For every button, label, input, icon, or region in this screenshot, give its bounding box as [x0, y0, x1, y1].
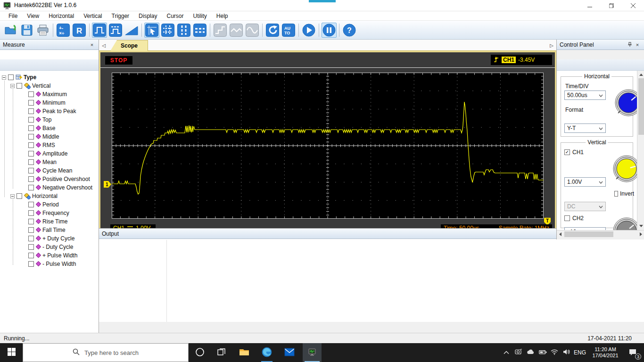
menu-cursor[interactable]: Cursor	[162, 12, 188, 20]
control-pin-icon[interactable]	[626, 41, 634, 49]
tree-checkbox[interactable]	[28, 227, 34, 233]
tree-item-peak-to-peak[interactable]: Peak to Peak	[0, 107, 76, 115]
tree-checkbox[interactable]	[28, 142, 34, 148]
hscroll-thumb[interactable]	[564, 231, 613, 237]
ch1-checkbox[interactable]	[564, 149, 570, 155]
ch2-enable[interactable]: CH2	[564, 215, 584, 222]
control-close-icon[interactable]: ×	[634, 41, 641, 49]
tree-checkbox[interactable]	[17, 193, 22, 199]
tree-item-negative-overshoot[interactable]: Negative Overshoot	[0, 183, 92, 192]
hbars-toolbar-button[interactable]	[192, 23, 207, 38]
auto-toolbar-button[interactable]: AUTO	[281, 23, 296, 38]
notification-center-button[interactable]: 3	[623, 343, 642, 362]
tree-item-fall-time[interactable]: Fall Time	[0, 226, 66, 234]
tree-item-maximum[interactable]: Maximum	[0, 90, 67, 99]
ch1-knob[interactable]	[612, 155, 641, 184]
restore-button[interactable]	[601, 0, 622, 11]
menu-file[interactable]: File	[4, 12, 22, 20]
tree-checkbox[interactable]	[28, 159, 34, 165]
tray-clock[interactable]: 11:20 AM 17/04/2021	[588, 343, 622, 362]
tree-checkbox[interactable]	[28, 91, 34, 97]
tree-checkbox[interactable]	[28, 117, 34, 123]
timediv-select[interactable]: 50.00us	[564, 90, 606, 100]
mail-button[interactable]	[279, 343, 300, 362]
file-explorer-button[interactable]	[234, 343, 255, 362]
tree-item-amplitude[interactable]: Amplitude	[0, 149, 67, 158]
format-select[interactable]: Y-T	[564, 123, 606, 133]
tree-checkbox[interactable]	[28, 261, 34, 267]
tree-item-minimum[interactable]: Minimum	[0, 99, 66, 107]
help-toolbar-button[interactable]: ?	[342, 23, 357, 38]
menu-display[interactable]: Display	[134, 12, 162, 20]
tree-item-base[interactable]: Base	[0, 124, 55, 132]
print-toolbar-button[interactable]	[35, 23, 50, 38]
tree-checkbox[interactable]	[28, 253, 34, 258]
invert-checkbox[interactable]	[614, 191, 618, 197]
hantek-app-button[interactable]	[303, 343, 322, 362]
tree-item--pulse-width[interactable]: + Pulse Width	[0, 251, 77, 260]
tree-checkbox[interactable]	[28, 202, 34, 207]
taskbar-search-input[interactable]: Type here to search	[23, 343, 189, 362]
scroll-down-icon[interactable]	[639, 225, 643, 227]
cursor-toolbar-button[interactable]	[144, 23, 159, 38]
tree-item-frequency[interactable]: Frequency	[0, 209, 69, 217]
tree-checkbox[interactable]	[28, 176, 34, 182]
menu-horizontal[interactable]: Horizontal	[44, 12, 79, 20]
refresh-toolbar-button[interactable]	[265, 23, 280, 38]
task-view-button[interactable]	[211, 343, 232, 362]
tree-checkbox[interactable]	[28, 100, 34, 106]
cortana-button[interactable]	[189, 343, 211, 362]
math-toolbar-button[interactable]: +-×÷	[56, 23, 71, 38]
scroll-left-icon[interactable]	[559, 232, 561, 236]
tree-item-period[interactable]: Period	[0, 200, 59, 209]
tree-checkbox[interactable]	[17, 83, 22, 89]
tree-item--pulse-width[interactable]: - Pulse Width	[0, 260, 76, 268]
tree-item-positive-overshoot[interactable]: Positive Overshoot	[0, 175, 90, 183]
grid-toolbar-button[interactable]	[160, 23, 175, 38]
pause-toolbar-button[interactable]	[322, 23, 337, 38]
start-button[interactable]	[0, 343, 23, 362]
tree-checkbox[interactable]	[8, 74, 14, 80]
tree-collapse-icon[interactable]	[10, 84, 15, 88]
tree-item-type[interactable]: Type	[0, 73, 36, 82]
vscroll-thumb[interactable]	[638, 78, 644, 135]
minimize-button[interactable]	[579, 0, 601, 11]
ch2-knob[interactable]	[612, 217, 641, 230]
tree-item-top[interactable]: Top	[0, 115, 51, 124]
tab-scroll-left-icon[interactable]: ◁	[100, 42, 107, 49]
tree-item-horizontal[interactable]: Horizontal	[0, 192, 58, 200]
scroll-right-icon[interactable]	[640, 232, 642, 236]
tree-collapse-icon[interactable]	[2, 75, 6, 80]
vbars-toolbar-button[interactable]	[176, 23, 191, 38]
tree-item-rms[interactable]: RMS	[0, 141, 55, 149]
tree-checkbox[interactable]	[28, 244, 34, 250]
tray-capture-icon[interactable]	[513, 343, 524, 362]
waveform-display[interactable]	[112, 73, 544, 219]
tab-scroll-right-icon[interactable]: ▷	[548, 42, 555, 49]
tree-collapse-icon[interactable]	[10, 194, 15, 198]
menu-view[interactable]: View	[22, 12, 44, 20]
tree-checkbox[interactable]	[28, 219, 34, 224]
tree-checkbox[interactable]	[28, 125, 34, 131]
save-toolbar-button[interactable]	[19, 23, 34, 38]
tray-language[interactable]: ENG	[572, 343, 587, 362]
ch1-invert[interactable]: Invert	[614, 190, 634, 197]
tree-checkbox[interactable]	[28, 108, 34, 114]
edge-button[interactable]	[256, 343, 277, 362]
control-vertical-scrollbar[interactable]	[637, 71, 644, 230]
tree-item-cycle-mean[interactable]: Cycle Mean	[0, 166, 72, 175]
tab-scope[interactable]: Scope	[110, 40, 148, 51]
menu-help[interactable]: Help	[212, 12, 233, 20]
tray-wifi-icon[interactable]	[549, 343, 560, 362]
scroll-up-icon[interactable]	[639, 74, 643, 76]
tray-chevron-up-icon[interactable]	[501, 343, 512, 362]
tree-checkbox[interactable]	[28, 185, 34, 190]
close-button[interactable]	[622, 0, 644, 11]
tree-item--duty-cycle[interactable]: - Duty Cycle	[0, 243, 73, 251]
menu-trigger[interactable]: Trigger	[107, 12, 134, 20]
pulse-toolbar-button[interactable]	[92, 23, 107, 38]
tray-volume-icon[interactable]	[560, 343, 572, 362]
open-toolbar-button[interactable]	[3, 23, 18, 38]
tray-onedrive-icon[interactable]	[524, 343, 537, 362]
tray-battery-icon[interactable]	[537, 343, 549, 362]
